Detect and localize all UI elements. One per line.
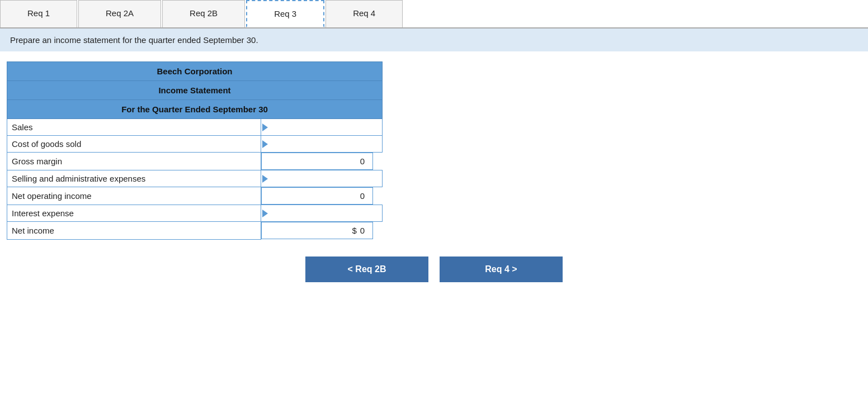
table-row: Net operating income0 [7,187,383,205]
instruction-bar: Prepare an income statement for the quar… [0,28,868,51]
statement-header: Beech Corporation [7,62,383,81]
row-label-3: Selling and administrative expenses [7,170,261,187]
table-row: Gross margin0 [7,153,383,170]
tab-req1[interactable]: Req 1 [0,0,77,27]
nav-buttons: < Req 2B Req 4 > [0,256,868,293]
tabs-bar: Req 1Req 2AReq 2BReq 3Req 4 [0,0,868,28]
tab-req3[interactable]: Req 3 [246,0,324,27]
statement-header: Income Statement [7,81,383,100]
next-button[interactable]: Req 4 > [440,256,563,282]
row-value-0[interactable] [261,119,383,136]
arrow-icon [262,210,268,217]
arrow-icon [262,124,268,131]
row-label-5: Interest expense [7,205,261,222]
row-label-2: Gross margin [7,153,261,170]
income-statement-table: Beech CorporationIncome StatementFor the… [7,61,383,240]
table-row: Net income$0 [7,222,383,240]
row-label-6: Net income [7,222,261,240]
value-input-0[interactable] [266,122,378,132]
row-value-4: 0 [261,187,373,205]
tab-req4[interactable]: Req 4 [326,0,403,27]
table-row: Interest expense [7,205,383,222]
tab-req2b[interactable]: Req 2B [162,0,245,27]
row-label-4: Net operating income [7,187,261,205]
static-value-4: 0 [360,191,368,201]
static-value-6: 0 [360,226,368,235]
row-label-0: Sales [7,119,261,136]
statement-container: Beech CorporationIncome StatementFor the… [0,61,868,240]
value-input-1[interactable] [266,139,378,149]
row-label-1: Cost of goods sold [7,136,261,153]
table-row: Cost of goods sold [7,136,383,153]
row-value-2: 0 [261,153,373,170]
arrow-icon [262,175,268,183]
table-row: Selling and administrative expenses [7,170,383,187]
static-value-2: 0 [360,156,368,166]
dollar-sign: $ [352,226,360,235]
row-value-3[interactable] [261,170,383,187]
arrow-icon [262,140,268,148]
prev-button[interactable]: < Req 2B [305,256,428,282]
value-input-5[interactable] [266,208,378,218]
statement-header: For the Quarter Ended September 30 [7,100,383,119]
value-input-3[interactable] [266,174,378,183]
row-value-1[interactable] [261,136,383,153]
row-value-5[interactable] [261,205,383,222]
tab-req2a[interactable]: Req 2A [78,0,161,27]
table-row: Sales [7,119,383,136]
row-value-6: $0 [261,222,373,239]
instruction-text: Prepare an income statement for the quar… [10,35,258,45]
